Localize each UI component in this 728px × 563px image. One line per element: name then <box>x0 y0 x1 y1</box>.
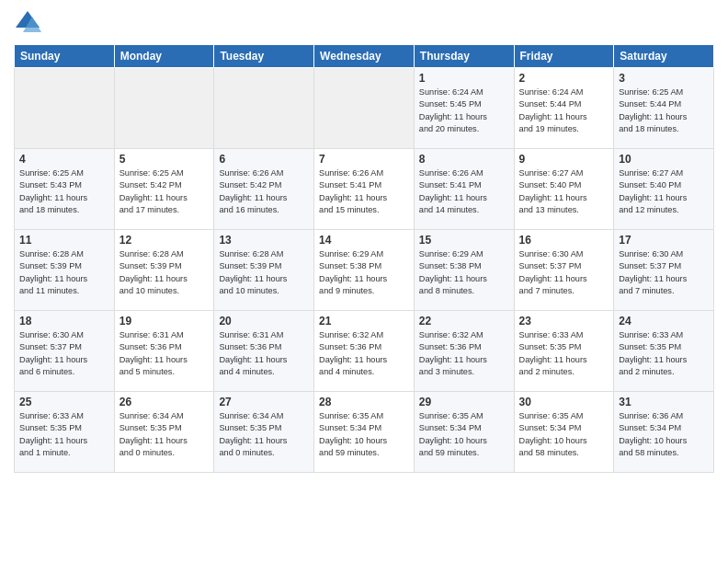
calendar-week-row: 1Sunrise: 6:24 AM Sunset: 5:45 PM Daylig… <box>15 68 714 149</box>
calendar-header-row: SundayMondayTuesdayWednesdayThursdayFrid… <box>15 45 714 68</box>
day-number: 7 <box>319 153 409 166</box>
day-number: 16 <box>519 234 609 247</box>
calendar-table: SundayMondayTuesdayWednesdayThursdayFrid… <box>14 44 714 473</box>
calendar-day-header: Thursday <box>414 45 514 68</box>
calendar-cell <box>15 68 115 149</box>
day-number: 26 <box>119 396 210 408</box>
day-number: 2 <box>519 72 609 85</box>
day-info: Sunrise: 6:33 AM Sunset: 5:35 PM Dayligh… <box>519 329 609 378</box>
calendar-day-header: Wednesday <box>314 45 415 68</box>
calendar-cell: 22Sunrise: 6:32 AM Sunset: 5:36 PM Dayli… <box>414 311 514 392</box>
calendar-cell: 3Sunrise: 6:25 AM Sunset: 5:44 PM Daylig… <box>614 68 714 149</box>
calendar-week-row: 25Sunrise: 6:33 AM Sunset: 5:35 PM Dayli… <box>15 392 714 473</box>
day-number: 29 <box>419 396 509 408</box>
day-number: 5 <box>119 153 210 166</box>
day-number: 25 <box>19 396 109 408</box>
day-number: 20 <box>219 315 309 327</box>
day-info: Sunrise: 6:36 AM Sunset: 5:34 PM Dayligh… <box>619 410 709 459</box>
day-info: Sunrise: 6:29 AM Sunset: 5:38 PM Dayligh… <box>419 248 509 297</box>
calendar-week-row: 18Sunrise: 6:30 AM Sunset: 5:37 PM Dayli… <box>15 311 714 392</box>
header <box>14 9 714 37</box>
day-info: Sunrise: 6:24 AM Sunset: 5:45 PM Dayligh… <box>419 86 509 135</box>
calendar-cell: 25Sunrise: 6:33 AM Sunset: 5:35 PM Dayli… <box>15 392 115 473</box>
day-number: 3 <box>619 72 709 85</box>
calendar-cell: 6Sunrise: 6:26 AM Sunset: 5:42 PM Daylig… <box>214 149 314 230</box>
day-info: Sunrise: 6:31 AM Sunset: 5:36 PM Dayligh… <box>119 329 210 378</box>
day-info: Sunrise: 6:25 AM Sunset: 5:44 PM Dayligh… <box>619 86 709 135</box>
day-number: 27 <box>219 396 309 408</box>
day-number: 21 <box>319 315 409 327</box>
day-info: Sunrise: 6:28 AM Sunset: 5:39 PM Dayligh… <box>219 248 309 297</box>
logo <box>14 9 45 37</box>
day-info: Sunrise: 6:34 AM Sunset: 5:35 PM Dayligh… <box>219 410 309 459</box>
day-number: 1 <box>419 72 509 85</box>
calendar-cell: 20Sunrise: 6:31 AM Sunset: 5:36 PM Dayli… <box>214 311 314 392</box>
calendar-cell: 28Sunrise: 6:35 AM Sunset: 5:34 PM Dayli… <box>314 392 415 473</box>
day-info: Sunrise: 6:27 AM Sunset: 5:40 PM Dayligh… <box>519 167 609 216</box>
calendar-cell: 18Sunrise: 6:30 AM Sunset: 5:37 PM Dayli… <box>15 311 115 392</box>
day-info: Sunrise: 6:24 AM Sunset: 5:44 PM Dayligh… <box>519 86 609 135</box>
calendar-cell: 4Sunrise: 6:25 AM Sunset: 5:43 PM Daylig… <box>15 149 115 230</box>
day-info: Sunrise: 6:25 AM Sunset: 5:42 PM Dayligh… <box>119 167 210 216</box>
day-info: Sunrise: 6:26 AM Sunset: 5:41 PM Dayligh… <box>319 167 409 216</box>
calendar-week-row: 4Sunrise: 6:25 AM Sunset: 5:43 PM Daylig… <box>15 149 714 230</box>
day-number: 14 <box>319 234 409 247</box>
day-info: Sunrise: 6:25 AM Sunset: 5:43 PM Dayligh… <box>19 167 109 216</box>
day-info: Sunrise: 6:33 AM Sunset: 5:35 PM Dayligh… <box>619 329 709 378</box>
day-number: 11 <box>19 234 109 247</box>
day-info: Sunrise: 6:35 AM Sunset: 5:34 PM Dayligh… <box>319 410 409 459</box>
day-number: 19 <box>119 315 210 327</box>
calendar-day-header: Monday <box>114 45 214 68</box>
day-number: 31 <box>619 396 709 408</box>
day-number: 12 <box>119 234 210 247</box>
day-info: Sunrise: 6:26 AM Sunset: 5:41 PM Dayligh… <box>419 167 509 216</box>
day-number: 28 <box>319 396 409 408</box>
day-info: Sunrise: 6:27 AM Sunset: 5:40 PM Dayligh… <box>619 167 709 216</box>
day-info: Sunrise: 6:30 AM Sunset: 5:37 PM Dayligh… <box>19 329 109 378</box>
day-info: Sunrise: 6:26 AM Sunset: 5:42 PM Dayligh… <box>219 167 309 216</box>
calendar-cell: 13Sunrise: 6:28 AM Sunset: 5:39 PM Dayli… <box>214 230 314 311</box>
calendar-cell: 17Sunrise: 6:30 AM Sunset: 5:37 PM Dayli… <box>614 230 714 311</box>
calendar-cell: 12Sunrise: 6:28 AM Sunset: 5:39 PM Dayli… <box>114 230 214 311</box>
day-info: Sunrise: 6:31 AM Sunset: 5:36 PM Dayligh… <box>219 329 309 378</box>
day-info: Sunrise: 6:35 AM Sunset: 5:34 PM Dayligh… <box>519 410 609 459</box>
calendar-cell: 23Sunrise: 6:33 AM Sunset: 5:35 PM Dayli… <box>514 311 614 392</box>
calendar-week-row: 11Sunrise: 6:28 AM Sunset: 5:39 PM Dayli… <box>15 230 714 311</box>
calendar-cell: 10Sunrise: 6:27 AM Sunset: 5:40 PM Dayli… <box>614 149 714 230</box>
calendar-cell: 21Sunrise: 6:32 AM Sunset: 5:36 PM Dayli… <box>314 311 415 392</box>
calendar-cell: 9Sunrise: 6:27 AM Sunset: 5:40 PM Daylig… <box>514 149 614 230</box>
day-info: Sunrise: 6:35 AM Sunset: 5:34 PM Dayligh… <box>419 410 509 459</box>
day-info: Sunrise: 6:28 AM Sunset: 5:39 PM Dayligh… <box>19 248 109 297</box>
day-info: Sunrise: 6:32 AM Sunset: 5:36 PM Dayligh… <box>319 329 409 378</box>
day-info: Sunrise: 6:34 AM Sunset: 5:35 PM Dayligh… <box>119 410 210 459</box>
day-number: 23 <box>519 315 609 327</box>
day-info: Sunrise: 6:33 AM Sunset: 5:35 PM Dayligh… <box>19 410 109 459</box>
calendar-cell: 16Sunrise: 6:30 AM Sunset: 5:37 PM Dayli… <box>514 230 614 311</box>
day-info: Sunrise: 6:30 AM Sunset: 5:37 PM Dayligh… <box>619 248 709 297</box>
day-number: 4 <box>19 153 109 166</box>
calendar-cell <box>314 68 415 149</box>
calendar-cell <box>214 68 314 149</box>
day-number: 24 <box>619 315 709 327</box>
calendar-day-header: Tuesday <box>214 45 314 68</box>
calendar-day-header: Sunday <box>15 45 115 68</box>
calendar-cell: 27Sunrise: 6:34 AM Sunset: 5:35 PM Dayli… <box>214 392 314 473</box>
calendar-cell: 7Sunrise: 6:26 AM Sunset: 5:41 PM Daylig… <box>314 149 415 230</box>
calendar-cell: 15Sunrise: 6:29 AM Sunset: 5:38 PM Dayli… <box>414 230 514 311</box>
calendar-cell: 26Sunrise: 6:34 AM Sunset: 5:35 PM Dayli… <box>114 392 214 473</box>
day-number: 15 <box>419 234 509 247</box>
day-number: 30 <box>519 396 609 408</box>
day-info: Sunrise: 6:32 AM Sunset: 5:36 PM Dayligh… <box>419 329 509 378</box>
day-info: Sunrise: 6:29 AM Sunset: 5:38 PM Dayligh… <box>319 248 409 297</box>
calendar-cell <box>114 68 214 149</box>
calendar-cell: 1Sunrise: 6:24 AM Sunset: 5:45 PM Daylig… <box>414 68 514 149</box>
logo-icon <box>14 9 41 37</box>
day-info: Sunrise: 6:28 AM Sunset: 5:39 PM Dayligh… <box>119 248 210 297</box>
page-container: SundayMondayTuesdayWednesdayThursdayFrid… <box>0 0 728 563</box>
calendar-cell: 19Sunrise: 6:31 AM Sunset: 5:36 PM Dayli… <box>114 311 214 392</box>
calendar-cell: 29Sunrise: 6:35 AM Sunset: 5:34 PM Dayli… <box>414 392 514 473</box>
day-number: 9 <box>519 153 609 166</box>
calendar-cell: 2Sunrise: 6:24 AM Sunset: 5:44 PM Daylig… <box>514 68 614 149</box>
day-number: 13 <box>219 234 309 247</box>
day-number: 18 <box>19 315 109 327</box>
